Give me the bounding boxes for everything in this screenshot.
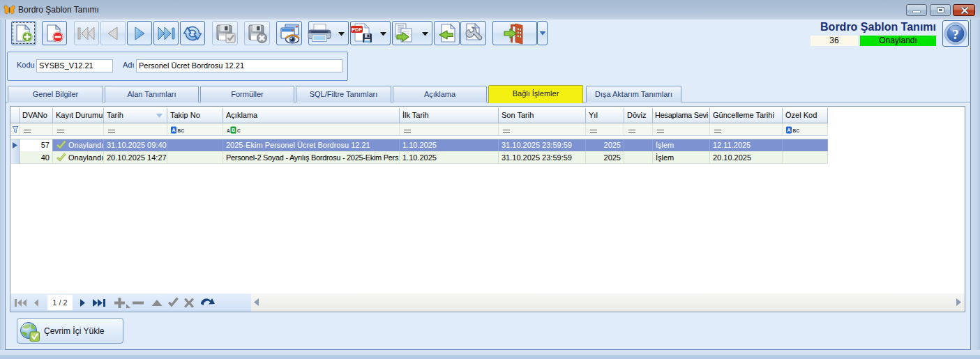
svg-text:B: B — [232, 128, 235, 132]
svg-text:PDF: PDF — [352, 26, 362, 33]
svg-text:A: A — [227, 128, 230, 133]
svg-text:BC: BC — [793, 128, 800, 133]
svg-text:A: A — [172, 128, 175, 132]
svg-text:A: A — [787, 128, 790, 132]
svg-text:BC: BC — [178, 128, 185, 133]
svg-text:C: C — [237, 128, 241, 133]
